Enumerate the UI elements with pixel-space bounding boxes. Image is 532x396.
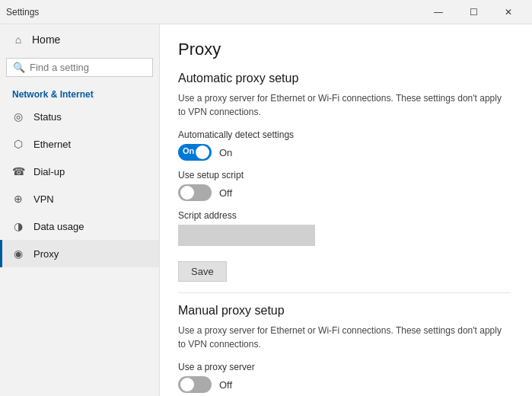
datausage-icon: ◑ [12,220,24,232]
manual-section-desc: Use a proxy server for Ethernet or Wi-Fi… [178,324,511,351]
page-title: Proxy [178,40,511,59]
detect-toggle-on-label: On [183,146,194,155]
proxy-toggle-row: Off [178,376,511,393]
settings-window: Settings — ☐ ✕ ⌂ Home 🔍 Network & Intern… [0,0,532,396]
sidebar-item-label: VPN [33,193,54,205]
search-icon: 🔍 [13,62,25,73]
detect-label: Automatically detect settings [178,129,511,140]
proxy-toggle-thumb [180,378,194,391]
script-toggle[interactable] [178,184,212,201]
maximize-button[interactable]: ☐ [456,0,491,24]
script-toggle-row: Off [178,184,511,201]
sidebar-item-label: Ethernet [33,139,71,150]
sidebar-item-label: Status [33,111,62,123]
manual-section-title: Manual proxy setup [178,304,511,318]
proxy-icon: ◉ [12,248,24,260]
sidebar-item-label: Data usage [33,221,84,232]
auto-section-title: Automatic proxy setup [178,72,511,85]
detect-toggle-status: On [219,147,232,158]
detect-settings-row: Automatically detect settings On On [178,129,511,161]
sidebar-item-vpn[interactable]: ⊕ VPN [0,185,159,212]
manual-proxy-section: Manual proxy setup Use a proxy server fo… [178,304,511,396]
sidebar-item-status[interactable]: ◎ Status [0,103,159,130]
save-button[interactable]: Save [178,261,227,282]
sidebar-item-ethernet[interactable]: ⬡ Ethernet [0,130,159,158]
home-icon: ⌂ [12,34,24,46]
use-proxy-label: Use a proxy server [178,362,511,372]
ethernet-icon: ⬡ [12,138,24,150]
close-button[interactable]: ✕ [491,0,526,24]
script-address-row: Script address [178,210,511,246]
detect-toggle-row: On On [178,144,511,161]
script-address-input[interactable] [178,225,315,246]
minimize-button[interactable]: — [421,0,456,24]
main-layout: ⌂ Home 🔍 Network & Internet ◎ Status ⬡ E… [0,24,532,396]
home-label: Home [32,34,60,46]
script-toggle-status: Off [219,187,232,199]
sidebar-item-label: Proxy [33,248,59,260]
script-address-label: Script address [178,210,511,221]
sidebar-item-proxy[interactable]: ◉ Proxy [0,240,159,267]
content-area: Proxy Automatic proxy setup Use a proxy … [160,24,532,396]
sidebar-item-dialup[interactable]: ☎ Dial-up [0,158,159,185]
sidebar-search-box[interactable]: 🔍 [6,58,153,77]
window-controls: — ☐ ✕ [421,0,526,24]
setup-script-label: Use setup script [178,170,511,180]
search-input[interactable] [30,62,158,73]
detect-toggle[interactable]: On [178,144,212,161]
auto-section-desc: Use a proxy server for Ethernet or Wi-Fi… [178,91,511,119]
section-divider [178,292,511,293]
dialup-icon: ☎ [12,165,24,177]
status-icon: ◎ [12,110,24,123]
vpn-icon: ⊕ [12,193,24,205]
sidebar-item-label: Dial-up [33,166,65,177]
setup-script-row: Use setup script Off [178,170,511,201]
title-bar: Settings — ☐ ✕ [0,0,532,24]
proxy-toggle-status: Off [219,379,232,391]
detect-toggle-thumb [196,145,209,159]
use-proxy-row: Use a proxy server Off [178,362,511,393]
sidebar: ⌂ Home 🔍 Network & Internet ◎ Status ⬡ E… [0,24,160,396]
sidebar-home[interactable]: ⌂ Home [0,24,159,55]
auto-proxy-section: Automatic proxy setup Use a proxy server… [178,72,511,282]
sidebar-section-title: Network & Internet [0,83,159,103]
proxy-toggle[interactable] [178,376,212,393]
sidebar-item-datausage[interactable]: ◑ Data usage [0,212,159,240]
window-title: Settings [6,7,421,18]
script-toggle-thumb [180,186,194,200]
